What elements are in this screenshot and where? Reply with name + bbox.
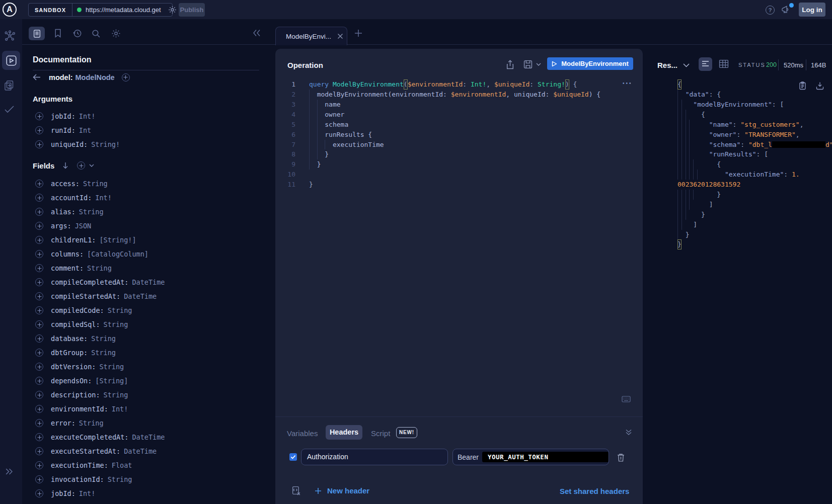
saved-operations-icon[interactable] xyxy=(54,29,62,38)
tab-documentation[interactable] xyxy=(29,27,45,40)
field-row[interactable]: alias:String xyxy=(22,205,260,219)
field-row[interactable]: executeStartedAt:DateTime xyxy=(22,444,260,458)
add-field-icon[interactable] xyxy=(35,222,43,230)
add-field-icon[interactable] xyxy=(35,363,43,371)
endpoint-url-input[interactable]: https://metadata.cloud.get xyxy=(86,6,167,14)
add-field-icon[interactable] xyxy=(35,194,43,202)
add-field-icon[interactable] xyxy=(35,208,43,216)
header-value-input[interactable]: Bearer YOUR_AUTH_TOKEN xyxy=(452,449,609,465)
field-row[interactable]: invocationId:String xyxy=(22,472,260,486)
delete-header-icon[interactable] xyxy=(617,453,625,462)
add-field-icon[interactable] xyxy=(35,349,43,357)
publish-button[interactable]: Publish xyxy=(179,3,205,17)
tab-script[interactable]: Script xyxy=(371,429,390,438)
field-row[interactable]: columns:[CatalogColumn] xyxy=(22,247,260,261)
tab-headers[interactable]: Headers xyxy=(326,425,362,440)
add-field-icon[interactable] xyxy=(35,306,43,314)
field-row[interactable]: dbtGroup:String xyxy=(22,346,260,360)
field-row[interactable]: compiledCode:String xyxy=(22,303,260,317)
response-json[interactable]: {"data": {"modelByEnvironment": [{"name"… xyxy=(664,79,830,249)
save-operation-icon[interactable] xyxy=(523,60,533,69)
add-model-icon[interactable] xyxy=(122,73,130,81)
field-row[interactable]: error:String xyxy=(22,416,260,430)
set-shared-headers-link[interactable]: Set shared headers xyxy=(560,487,629,495)
keyboard-shortcuts-icon[interactable] xyxy=(622,396,631,402)
add-all-fields-icon[interactable] xyxy=(77,161,85,170)
header-name-input[interactable]: Authorization xyxy=(301,449,448,465)
field-row[interactable]: database:String xyxy=(22,331,260,346)
add-field-icon[interactable] xyxy=(35,292,43,300)
field-row[interactable]: compileStartedAt:DateTime xyxy=(22,289,260,303)
close-tab-icon[interactable] xyxy=(337,33,343,39)
field-row[interactable]: compileCompletedAt:DateTime xyxy=(22,275,260,289)
add-field-icon[interactable] xyxy=(35,278,43,286)
view-as-json-toggle[interactable] xyxy=(699,57,712,71)
field-row[interactable]: jobId:Int! xyxy=(22,109,260,123)
field-row[interactable]: args:JSON xyxy=(22,219,260,233)
field-row[interactable]: environmentId:Int! xyxy=(22,402,260,416)
graphql-editor[interactable]: 1query ModelByEnvironment($environmentId… xyxy=(275,79,643,190)
field-row[interactable]: compiledSql:String xyxy=(22,317,260,331)
field-row[interactable]: executionTime:Float xyxy=(22,458,260,472)
search-icon[interactable] xyxy=(91,29,101,38)
add-field-icon[interactable] xyxy=(35,447,43,455)
add-field-icon[interactable] xyxy=(35,320,43,328)
add-field-icon[interactable] xyxy=(35,264,43,272)
expand-rail-icon[interactable] xyxy=(5,467,13,476)
add-field-icon[interactable] xyxy=(35,377,43,385)
add-field-icon[interactable] xyxy=(35,236,43,244)
field-row[interactable]: executeCompletedAt:DateTime xyxy=(22,430,260,444)
collapse-docs-icon[interactable] xyxy=(253,29,261,37)
add-field-icon[interactable] xyxy=(35,180,43,188)
sort-fields-icon[interactable] xyxy=(62,162,68,169)
share-operation-icon[interactable] xyxy=(506,60,514,69)
operation-menu-icon[interactable]: ••• xyxy=(623,80,633,86)
field-row[interactable]: description:String xyxy=(22,388,260,402)
field-row[interactable]: comment:String xyxy=(22,261,260,275)
changelog-icon[interactable] xyxy=(4,80,15,92)
sidebar-item-explorer[interactable] xyxy=(2,51,20,70)
new-tab-icon[interactable] xyxy=(354,29,362,37)
add-field-icon[interactable] xyxy=(35,475,43,483)
settings-gear-icon[interactable] xyxy=(111,29,121,38)
add-field-icon[interactable] xyxy=(35,419,43,427)
collapse-section-icon[interactable] xyxy=(625,429,632,436)
field-row[interactable]: dbtVersion:String xyxy=(22,360,260,374)
field-row[interactable]: jobId:Int! xyxy=(22,486,260,500)
add-field-icon[interactable] xyxy=(35,433,43,441)
add-field-icon[interactable] xyxy=(35,140,43,148)
field-row[interactable]: runId:Int xyxy=(22,123,260,137)
login-button[interactable]: Log in xyxy=(799,3,825,17)
field-row[interactable]: uniqueId:String! xyxy=(22,137,260,151)
add-field-icon[interactable] xyxy=(35,250,43,258)
add-field-icon[interactable] xyxy=(35,334,43,343)
save-options-chevron-icon[interactable] xyxy=(536,63,541,66)
operation-tab[interactable]: ModelByEnvi... xyxy=(275,27,347,45)
add-field-icon[interactable] xyxy=(35,112,43,120)
tab-variables[interactable]: Variables xyxy=(287,429,318,438)
apollo-logo[interactable]: A xyxy=(3,3,17,17)
model-type-link[interactable]: ModelNode xyxy=(75,73,115,81)
field-row[interactable]: accountId:Int! xyxy=(22,191,260,205)
run-operation-button[interactable]: ModelByEnvironment xyxy=(547,57,633,70)
response-options-chevron-icon[interactable] xyxy=(683,63,690,67)
view-as-table-toggle[interactable] xyxy=(719,59,729,69)
header-enabled-checkbox[interactable] xyxy=(289,453,297,461)
header-presets-icon[interactable] xyxy=(292,486,301,496)
endpoint-settings-icon[interactable] xyxy=(168,6,177,14)
add-field-icon[interactable] xyxy=(35,461,43,469)
add-field-icon[interactable] xyxy=(35,405,43,413)
checks-icon[interactable] xyxy=(4,105,15,114)
back-arrow-icon[interactable] xyxy=(33,74,41,80)
history-icon[interactable] xyxy=(72,29,82,38)
help-icon[interactable]: ? xyxy=(766,6,775,15)
field-row[interactable]: access:String xyxy=(22,177,260,191)
field-row[interactable]: childrenL1:[String!] xyxy=(22,233,260,247)
fields-options-chevron-icon[interactable] xyxy=(89,164,94,167)
schema-icon[interactable] xyxy=(4,30,16,42)
add-field-icon[interactable] xyxy=(35,126,43,134)
add-field-icon[interactable] xyxy=(35,489,43,497)
field-row[interactable]: dependsOn:[String] xyxy=(22,374,260,388)
new-header-button[interactable]: New header xyxy=(315,486,369,495)
add-field-icon[interactable] xyxy=(35,391,43,399)
